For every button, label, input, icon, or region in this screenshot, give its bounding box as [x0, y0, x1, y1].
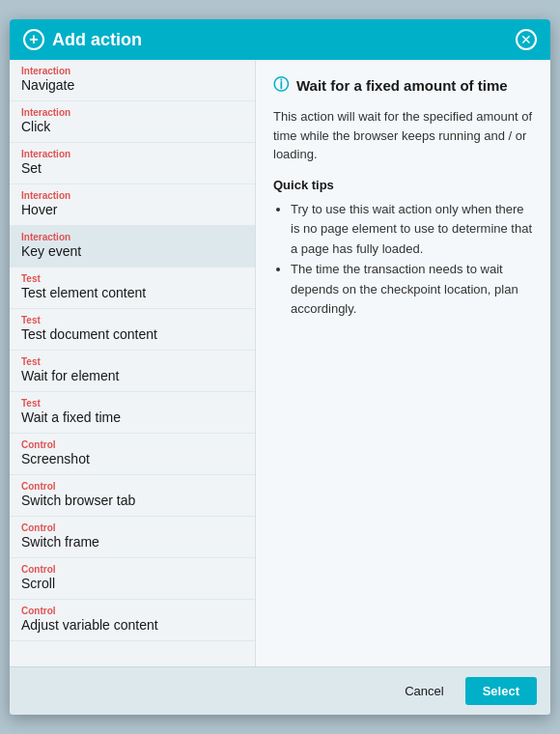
list-item-category: Control	[21, 439, 243, 450]
list-item[interactable]: ControlSwitch browser tab	[10, 475, 255, 517]
detail-title-group: ⓘ Wait for a fixed amount of time	[273, 75, 533, 96]
list-item-name: Wait for element	[21, 368, 243, 383]
list-item[interactable]: InteractionNavigate	[10, 60, 255, 101]
list-item-category: Control	[21, 481, 243, 492]
list-item-category: Control	[21, 564, 243, 575]
list-item[interactable]: ControlAdjust variable content	[10, 600, 255, 641]
quick-tips-heading: Quick tips	[273, 178, 533, 192]
list-item-name: Switch frame	[21, 534, 243, 550]
detail-panel: ⓘ Wait for a fixed amount of time This a…	[256, 60, 550, 666]
list-item[interactable]: ControlSwitch frame	[10, 517, 255, 558]
dialog-header: + Add action ✕	[10, 19, 550, 60]
dialog-footer: Cancel Select	[10, 666, 550, 715]
cancel-button[interactable]: Cancel	[393, 678, 455, 704]
list-item-category: Test	[21, 273, 243, 284]
list-item-name: Scroll	[21, 576, 243, 591]
list-item[interactable]: InteractionHover	[10, 184, 255, 226]
list-item-name: Screenshot	[21, 451, 243, 466]
list-item-name: Switch browser tab	[21, 493, 243, 508]
list-item-category: Test	[21, 356, 243, 367]
dialog-title-group: + Add action	[23, 29, 142, 50]
list-item-name: Navigate	[21, 77, 243, 93]
list-item-category: Interaction	[21, 107, 243, 118]
list-item-name: Adjust variable content	[21, 617, 243, 633]
list-item[interactable]: TestTest element content	[10, 268, 255, 309]
list-item-name: Wait a fixed time	[21, 409, 243, 425]
list-item[interactable]: InteractionSet	[10, 143, 255, 184]
list-item-name: Key event	[21, 243, 243, 259]
quick-tips-list: Try to use this wait action only when th…	[291, 200, 533, 321]
dialog-title: Add action	[52, 30, 142, 50]
list-item-category: Interaction	[21, 149, 243, 159]
list-item-category: Interaction	[21, 66, 243, 76]
list-item-name: Set	[21, 160, 243, 176]
list-item-name: Test element content	[21, 285, 243, 300]
list-item[interactable]: ControlScroll	[10, 558, 255, 600]
list-item-name: Test document content	[21, 326, 243, 342]
list-item[interactable]: InteractionKey event	[10, 226, 255, 268]
list-item-category: Control	[21, 606, 243, 616]
detail-title: Wait for a fixed amount of time	[296, 77, 508, 94]
close-icon[interactable]: ✕	[516, 29, 537, 50]
info-icon: ⓘ	[273, 75, 289, 96]
quick-tip-item: The time the transaction needs to wait d…	[291, 260, 533, 320]
list-item[interactable]: InteractionClick	[10, 101, 255, 143]
action-list: InteractionNavigateInteractionClickInter…	[10, 60, 256, 666]
list-item[interactable]: TestTest document content	[10, 309, 255, 351]
list-item[interactable]: TestWait a fixed time	[10, 392, 255, 434]
list-item-category: Test	[21, 315, 243, 325]
list-item-name: Hover	[21, 202, 243, 217]
quick-tip-item: Try to use this wait action only when th…	[291, 200, 533, 260]
dialog-body: InteractionNavigateInteractionClickInter…	[10, 60, 550, 666]
list-item-category: Interaction	[21, 190, 243, 201]
select-button[interactable]: Select	[465, 677, 537, 705]
list-item-name: Click	[21, 119, 243, 134]
plus-icon: +	[23, 29, 44, 50]
list-item[interactable]: TestWait for element	[10, 351, 255, 392]
list-item-category: Control	[21, 522, 243, 533]
add-action-dialog: + Add action ✕ InteractionNavigateIntera…	[10, 19, 550, 715]
detail-description: This action will wait for the specified …	[273, 107, 533, 164]
list-item-category: Test	[21, 398, 243, 409]
list-item[interactable]: ControlScreenshot	[10, 434, 255, 475]
list-item-category: Interaction	[21, 232, 243, 242]
